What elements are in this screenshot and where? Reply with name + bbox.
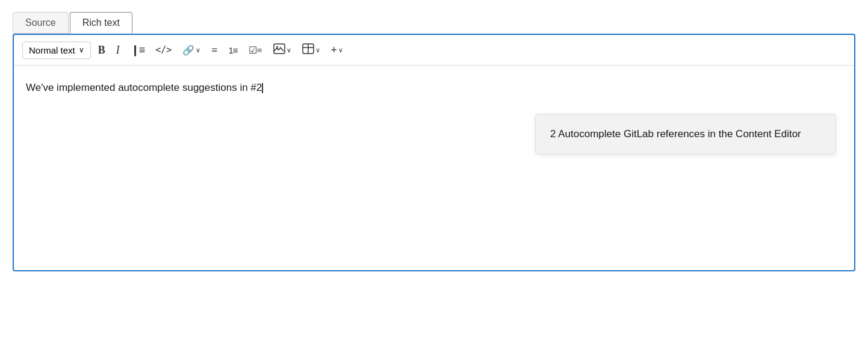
bullet-list-icon: ≡ xyxy=(211,44,217,57)
insert-button[interactable]: + ∨ xyxy=(327,42,347,59)
link-button[interactable]: 🔗 ∨ xyxy=(179,42,204,58)
autocomplete-item[interactable]: 2 Autocomplete GitLab references in the … xyxy=(550,126,821,142)
bullet-list-button[interactable]: ≡ xyxy=(208,42,221,59)
table-icon xyxy=(302,43,314,57)
link-icon: 🔗 xyxy=(182,45,194,56)
editor-text: We've implemented autocomplete suggestio… xyxy=(26,80,842,96)
ordered-list-button[interactable]: 1≡ xyxy=(225,43,241,58)
code-icon: </> xyxy=(155,45,172,55)
tab-bar: Source Rich text xyxy=(13,12,855,34)
autocomplete-item-title-text: Autocomplete GitLab references in the Co… xyxy=(558,128,801,140)
autocomplete-item-number: 2 xyxy=(550,128,556,140)
text-cursor xyxy=(262,83,263,93)
editor-content[interactable]: We've implemented autocomplete suggestio… xyxy=(14,66,854,270)
image-chevron-icon: ∨ xyxy=(287,46,291,54)
image-button[interactable]: ∨ xyxy=(270,41,295,59)
editor-wrapper: Normal text ∨ B I ❙≡ </> 🔗 ∨ ≡ xyxy=(13,34,855,271)
tab-source[interactable]: Source xyxy=(13,12,69,34)
toolbar: Normal text ∨ B I ❙≡ </> 🔗 ∨ ≡ xyxy=(14,35,854,66)
format-select-label: Normal text xyxy=(29,45,75,55)
italic-icon: I xyxy=(116,44,120,57)
bold-icon: B xyxy=(98,44,105,57)
image-icon xyxy=(273,43,285,57)
tab-rich-text[interactable]: Rich text xyxy=(70,12,132,34)
task-list-button[interactable]: ☑≡ xyxy=(245,42,266,58)
italic-button[interactable]: I xyxy=(113,42,123,59)
svg-point-1 xyxy=(276,46,278,48)
bold-button[interactable]: B xyxy=(95,42,109,59)
editor-text-content: We've implemented autocomplete suggestio… xyxy=(26,82,262,93)
link-chevron-icon: ∨ xyxy=(196,46,200,54)
table-chevron-icon: ∨ xyxy=(315,46,320,54)
insert-icon: + xyxy=(331,44,338,57)
ordered-list-icon: 1≡ xyxy=(228,45,237,55)
blockquote-icon: ❙≡ xyxy=(131,43,145,57)
chevron-down-icon: ∨ xyxy=(79,46,84,54)
table-button[interactable]: ∨ xyxy=(299,41,324,59)
insert-chevron-icon: ∨ xyxy=(338,46,343,54)
blockquote-button[interactable]: ❙≡ xyxy=(127,41,149,59)
autocomplete-dropdown: 2 Autocomplete GitLab references in the … xyxy=(535,114,836,155)
editor-container: Source Rich text Normal text ∨ B I ❙≡ </… xyxy=(13,12,855,271)
task-list-icon: ☑≡ xyxy=(249,45,262,56)
code-button[interactable]: </> xyxy=(152,42,175,58)
format-select[interactable]: Normal text ∨ xyxy=(22,42,91,59)
